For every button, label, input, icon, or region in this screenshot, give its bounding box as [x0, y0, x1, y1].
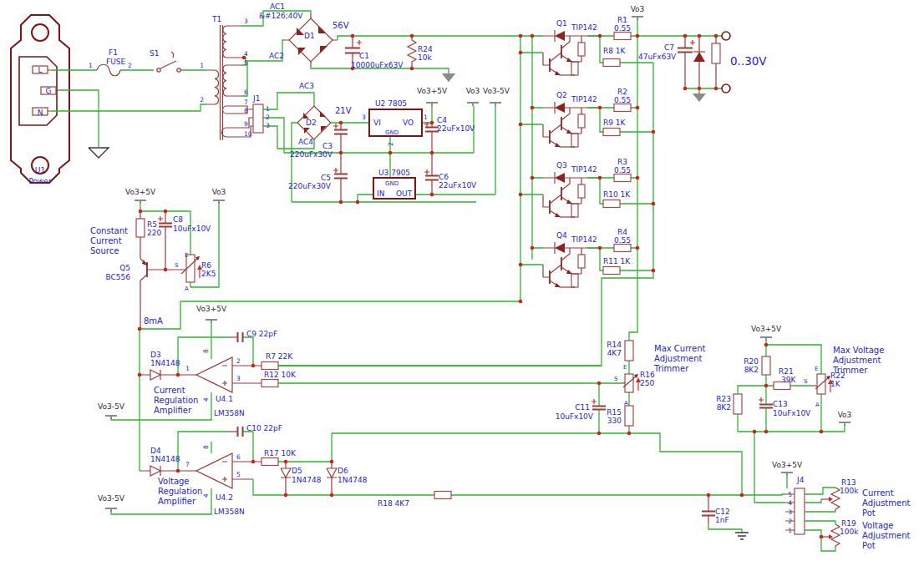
- c13-value: 10uFx10V: [773, 409, 811, 417]
- cap-line3: Pot: [862, 508, 876, 518]
- u2-pin3: 3: [362, 114, 366, 121]
- cra-line3: Amplifier: [154, 406, 192, 415]
- u41-ref: U4.1: [216, 395, 233, 403]
- mca-line3: Trimmer: [653, 364, 689, 373]
- u1-value: Power: [28, 177, 52, 185]
- d6-value: 1N4748: [338, 476, 368, 484]
- junction-dot: [284, 493, 288, 498]
- u2-pin-vi: VI: [373, 119, 381, 127]
- diode-d4: [140, 466, 178, 476]
- r19-ref: R19: [841, 519, 856, 528]
- opamp-u42: [178, 453, 261, 488]
- vap-line2: Adjustment: [862, 531, 910, 540]
- c12-ref: C12: [715, 508, 730, 516]
- junction-dot: [820, 535, 824, 539]
- r22-pin-s: S: [804, 378, 808, 385]
- c1-ref: C1: [359, 52, 369, 60]
- u42-pin6: 6: [236, 453, 241, 461]
- c10-label: C10 22pF: [246, 424, 282, 432]
- cra-line2: Regulation: [154, 396, 198, 405]
- r1-value: 0.55: [614, 24, 631, 33]
- t1-pin4: 4: [244, 50, 248, 58]
- transformer-t1: [206, 25, 241, 140]
- ccs-line1: Constant: [90, 226, 128, 235]
- schematic-labels: U1PowerLGNF1FUSE12S1T112345678910AC1&#12…: [28, 3, 910, 550]
- q1-value: TIP142: [571, 23, 597, 32]
- r2-value: 0.55: [614, 96, 631, 104]
- r13-ref: R13: [841, 478, 856, 487]
- junction-dot: [652, 269, 656, 273]
- u1-pin-g: G: [46, 87, 52, 95]
- junction-dot: [388, 151, 393, 155]
- r5-value: 220: [147, 229, 161, 237]
- junction-dot: [430, 151, 434, 155]
- u42-pin7: 7: [185, 461, 190, 468]
- u2-pin1: 1: [424, 114, 428, 121]
- u2-pin-vo: VO: [403, 119, 414, 127]
- resistor-r11: [603, 267, 620, 275]
- r20-value: 8K2: [744, 366, 759, 374]
- junction-dot: [531, 176, 535, 180]
- pot-r13: [821, 488, 840, 511]
- u41-pin3: 3: [236, 375, 241, 382]
- resistor-r12: [261, 380, 278, 387]
- u41-pin1: 1: [185, 365, 190, 372]
- junction-dot: [251, 460, 256, 464]
- j4-pin3: 3: [788, 508, 792, 516]
- c11-ref: C11: [575, 403, 590, 412]
- opamp-u41: [178, 357, 261, 392]
- junction-dot: [339, 121, 343, 125]
- flag-vo3-top: Vo3: [466, 87, 480, 95]
- resistor-r15: [625, 406, 633, 426]
- r22-value: 1K: [830, 380, 841, 388]
- junction-dot: [652, 202, 656, 206]
- flag-vo3p5-j4: Vo3+5V: [772, 461, 803, 469]
- capacitor-c7: [678, 36, 695, 88]
- junction-dot: [636, 246, 640, 250]
- resistor-r9: [603, 129, 620, 136]
- r15-value: 330: [607, 417, 622, 425]
- trimmer-r16: [622, 374, 641, 392]
- u41-pin8: 8: [202, 349, 210, 353]
- junction-dot: [714, 87, 718, 91]
- t1-ref: T1: [211, 15, 221, 23]
- flag-vo3p5-mv: Vo3+5V: [751, 325, 782, 333]
- r15-ref: R15: [607, 408, 622, 417]
- junction-dot: [339, 151, 343, 155]
- junction-dot: [351, 34, 355, 38]
- junction-dot: [284, 460, 288, 464]
- u3-pin-out: OUT: [396, 190, 413, 198]
- f1-pin2: 2: [128, 62, 132, 69]
- junction-dot: [164, 268, 168, 272]
- u1-ref: U1: [35, 166, 45, 174]
- ac4-label: AC4: [298, 138, 313, 146]
- junction-dot: [251, 364, 256, 368]
- mva-line2: Adjustment: [833, 356, 881, 365]
- resistor-r23: [734, 394, 742, 414]
- d4-value: 1N4148: [150, 455, 180, 463]
- current-8ma: 8mA: [144, 316, 163, 326]
- flag-vo3m5-opamp1: Vo3-5V: [98, 402, 125, 411]
- c7-ref: C7: [664, 43, 674, 52]
- vap-line3: Pot: [862, 541, 876, 550]
- flag-vo3p5-top: Vo3+5V: [417, 87, 448, 95]
- resistor-r14: [625, 341, 633, 361]
- r4-ref: R4: [617, 228, 627, 236]
- q1-ref: Q1: [556, 19, 567, 28]
- diode-d3: [140, 370, 178, 380]
- u1-pin-l: L: [38, 66, 42, 74]
- junction-dot: [519, 51, 523, 55]
- junction-dot: [531, 246, 535, 250]
- junction-dot: [636, 176, 640, 180]
- u41-value: LM358N: [214, 409, 245, 417]
- q4-ref: Q4: [556, 231, 567, 240]
- junction-dot: [597, 432, 602, 436]
- r16-pin-a: A: [624, 400, 628, 407]
- c5-ref: C5: [321, 174, 331, 182]
- junction-dot: [683, 87, 688, 91]
- junction-dot: [330, 460, 334, 464]
- resistor-r5: [136, 211, 145, 259]
- output-terminals: [683, 32, 730, 93]
- c8-value: 10uFx10V: [173, 225, 211, 233]
- q5-ref: Q5: [119, 264, 130, 272]
